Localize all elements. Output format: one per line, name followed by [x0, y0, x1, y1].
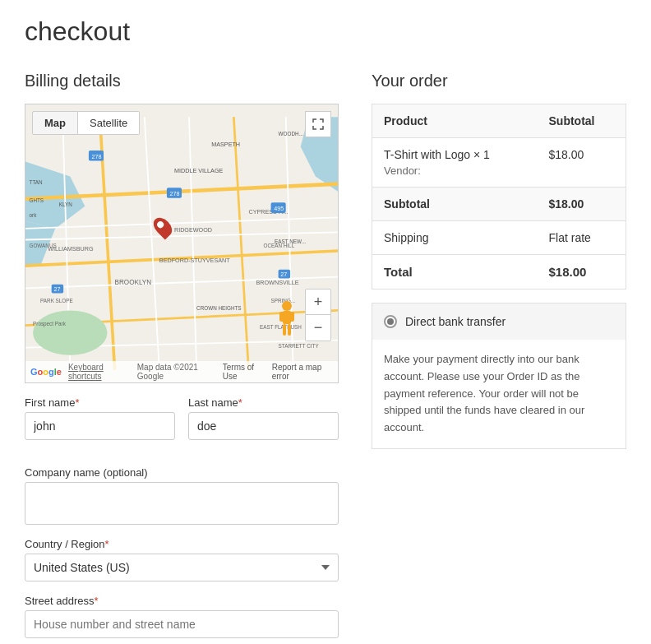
svg-text:RIDGEWOOD: RIDGEWOOD [174, 226, 212, 234]
svg-rect-54 [289, 312, 294, 322]
shipping-label-cell: Shipping [372, 221, 538, 255]
svg-text:GHTS: GHTS [30, 197, 44, 203]
payment-box: Direct bank transfer Make your payment d… [372, 303, 626, 449]
total-row: Total $18.00 [372, 255, 626, 290]
zoom-out-button[interactable]: − [305, 315, 331, 341]
svg-marker-1 [25, 161, 85, 228]
zoom-in-button[interactable]: + [305, 289, 331, 315]
country-group: Country / Region* United States (US) [25, 538, 339, 581]
svg-rect-56 [288, 324, 291, 336]
payment-description: Make your payment directly into our bank… [372, 340, 626, 448]
svg-line-4 [25, 184, 338, 199]
svg-text:STARRETT CITY: STARRETT CITY [279, 343, 320, 349]
billing-section-title: Billing details [25, 72, 339, 90]
satellite-view-button[interactable]: Satellite [78, 111, 140, 135]
vendor-label: Vendor: [384, 164, 526, 177]
svg-text:TTAN: TTAN [30, 179, 43, 185]
map-container[interactable]: BROOKLYN WILLIAMSBURG BEDFORD-STUYVESANT… [25, 104, 339, 383]
svg-text:GOWANUS: GOWANUS [30, 243, 57, 248]
last-name-required: * [238, 396, 242, 409]
order-section-title: Your order [372, 72, 626, 90]
map-view-button[interactable]: Map [32, 111, 78, 135]
svg-rect-38 [167, 188, 182, 198]
map-footer: Google Keyboard shortcuts Map data ©2021… [25, 361, 338, 382]
first-name-label: First name* [25, 396, 175, 409]
svg-text:27: 27 [280, 271, 287, 278]
page-title: checkout [25, 16, 626, 47]
first-name-input[interactable] [25, 412, 175, 440]
terms-of-use-link[interactable]: Terms of Use [223, 363, 265, 381]
col-product-header: Product [372, 104, 538, 138]
country-select[interactable]: United States (US) [25, 554, 339, 581]
product-cell: T-Shirt with Logo × 1 Vendor: [372, 138, 538, 188]
svg-text:Prospect Park: Prospect Park [33, 321, 67, 327]
payment-label: Direct bank transfer [405, 315, 506, 328]
svg-text:PARK SLOPE: PARK SLOPE [40, 298, 73, 303]
svg-rect-44 [89, 151, 104, 161]
last-name-label: Last name* [188, 396, 339, 409]
svg-line-7 [233, 117, 248, 370]
payment-radio[interactable] [384, 315, 397, 328]
svg-line-15 [25, 277, 338, 289]
col-subtotal-header: Subtotal [538, 104, 626, 138]
company-name-label: Company name (optional) [25, 466, 339, 479]
svg-text:278: 278 [170, 190, 180, 197]
country-required: * [105, 538, 109, 550]
svg-line-11 [62, 117, 70, 370]
map-expand-button[interactable] [305, 111, 331, 137]
svg-text:WOODH...: WOODH... [279, 131, 303, 137]
subtotal-label-cell: Subtotal [372, 188, 538, 221]
svg-text:OCEAN HILL: OCEAN HILL [264, 243, 295, 248]
svg-rect-53 [279, 312, 284, 322]
svg-rect-40 [52, 285, 63, 294]
last-name-input[interactable] [188, 412, 339, 440]
svg-text:MIDDLE VILLAGE: MIDDLE VILLAGE [174, 167, 224, 174]
street-required: * [95, 595, 99, 607]
svg-line-10 [25, 232, 338, 239]
street-address-input[interactable] [25, 610, 339, 638]
shipping-value-cell: Flat rate [538, 221, 626, 255]
svg-text:BROOKLYN: BROOKLYN [115, 279, 152, 286]
order-table: Product Subtotal T-Shirt with Logo × 1 V… [372, 104, 626, 290]
total-value-cell: $18.00 [538, 255, 626, 290]
product-name: T-Shirt with Logo × 1 [384, 148, 526, 161]
keyboard-shortcuts-link[interactable]: Keyboard shortcuts [68, 363, 131, 381]
order-section: Your order Product Subtotal T-Shirt with… [372, 72, 626, 449]
svg-line-9 [25, 217, 338, 229]
payment-option[interactable]: Direct bank transfer [372, 303, 626, 340]
svg-text:495: 495 [274, 205, 284, 212]
first-name-group: First name* [25, 396, 175, 440]
svg-text:BEDFORD-STUYVESANT: BEDFORD-STUYVESANT [159, 257, 230, 264]
svg-text:BROWNSVILLE: BROWNSVILLE [256, 279, 298, 286]
svg-line-13 [189, 117, 196, 370]
total-label-cell: Total [372, 255, 538, 290]
payment-radio-inner [387, 318, 394, 325]
svg-text:MASPETH: MASPETH [211, 141, 240, 148]
table-row: T-Shirt with Logo × 1 Vendor: $18.00 [372, 138, 626, 188]
svg-rect-42 [279, 270, 290, 279]
country-label: Country / Region* [25, 538, 339, 550]
map-zoom-controls: + − [305, 289, 331, 341]
svg-text:278: 278 [92, 153, 102, 160]
company-name-input[interactable] [25, 482, 339, 525]
svg-text:27: 27 [53, 285, 60, 293]
street-address-label: Street address* [25, 595, 339, 607]
map-pegman[interactable] [275, 300, 298, 341]
last-name-group: Last name* [188, 396, 339, 440]
svg-line-6 [99, 117, 114, 370]
map-marker [155, 216, 170, 238]
svg-text:EAST NEW...: EAST NEW... [275, 239, 306, 244]
svg-text:CROWN HEIGHTS: CROWN HEIGHTS [196, 305, 242, 311]
shipping-row: Shipping Flat rate [372, 221, 626, 255]
svg-line-5 [25, 251, 338, 266]
svg-line-12 [145, 117, 159, 370]
svg-text:ork: ork [30, 212, 38, 218]
billing-section: Billing details [25, 72, 339, 644]
svg-text:WILLIAMSBURG: WILLIAMSBURG [48, 245, 94, 253]
svg-marker-2 [25, 221, 55, 266]
google-logo: Google [30, 367, 62, 377]
report-error-link[interactable]: Report a map error [272, 363, 333, 381]
product-subtotal-cell: $18.00 [538, 138, 626, 188]
first-name-required: * [75, 396, 79, 409]
subtotal-value-cell: $18.00 [538, 188, 626, 221]
